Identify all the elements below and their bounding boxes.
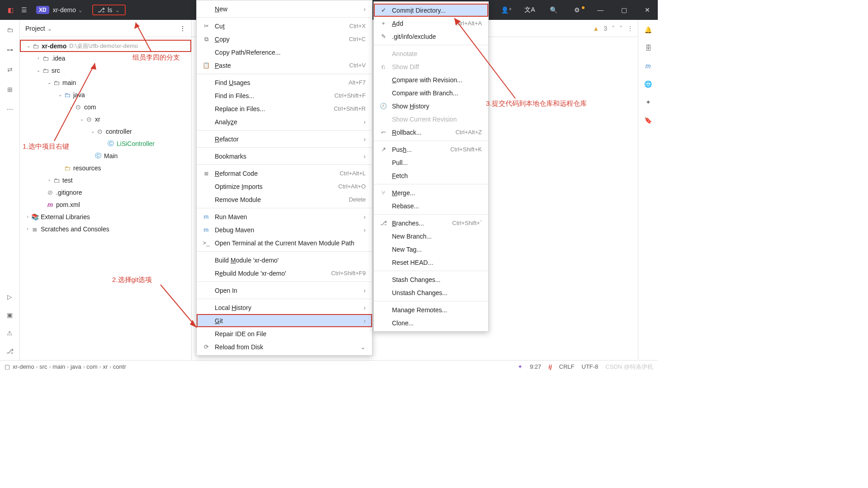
ctx-reload[interactable]: ⟳Reload from Disk⌄ — [197, 340, 372, 353]
ctx-localhistory[interactable]: Local History› — [197, 301, 372, 314]
chevron-down-icon[interactable]: ⌄ — [47, 25, 52, 32]
ctx-repairide[interactable]: Repair IDE on File — [197, 327, 372, 340]
git-rebase[interactable]: Rebase... — [374, 199, 488, 212]
git-merge[interactable]: ⑂Merge... — [374, 186, 488, 199]
nav-down-icon[interactable]: ˅ — [619, 25, 623, 32]
ctx-buildmodule[interactable]: Build Module 'xr-demo' — [197, 253, 372, 267]
git-stash[interactable]: Stash Changes... — [374, 273, 488, 286]
tree-file-lisi[interactable]: ⒸLiSiController — [20, 137, 191, 150]
ctx-openin[interactable]: Open In› — [197, 284, 372, 297]
panel-more-icon[interactable]: ⋮ — [179, 25, 186, 32]
ctx-findinfiles[interactable]: Find in Files...Ctrl+Shift+F — [197, 89, 372, 102]
git-showhistory[interactable]: 🕘Show History — [374, 99, 488, 113]
notifications-icon[interactable]: 🔔 — [644, 26, 652, 33]
more-icon[interactable]: ⋯ — [7, 106, 13, 113]
tree-node-xr[interactable]: ⌄⊙xr — [20, 113, 191, 125]
status-encoding[interactable]: UTF-8 — [582, 363, 599, 370]
crumb[interactable]: com — [86, 363, 98, 370]
run-icon[interactable]: ▷ — [7, 293, 12, 300]
warning-icon[interactable]: ▲ — [593, 25, 599, 32]
project-name[interactable]: xr-demo — [53, 6, 76, 14]
git-newtag[interactable]: New Tag... — [374, 243, 488, 256]
git-push[interactable]: ↗Push...Ctrl+Shift+K — [374, 143, 488, 156]
breadcrumb[interactable]: xr-demo › src › main › java › com › xr ›… — [13, 363, 126, 370]
crumb[interactable]: contr — [113, 363, 126, 370]
tree-file-pom[interactable]: mpom.xml — [20, 198, 191, 211]
search-icon[interactable]: 🔍 — [547, 6, 560, 14]
ctx-copypath[interactable]: Copy Path/Reference... — [197, 46, 372, 59]
folder-icon[interactable]: 🗀 — [7, 26, 13, 33]
ctx-optimize[interactable]: Optimize ImportsCtrl+Alt+O — [197, 180, 372, 193]
tree-file-main[interactable]: ⒸMain — [20, 150, 191, 162]
git-remotes[interactable]: Manage Remotes... — [374, 303, 488, 316]
tree-node-java[interactable]: ⌄🗀java — [20, 89, 191, 101]
git-newbranch[interactable]: New Branch... — [374, 230, 488, 243]
status-run-icon[interactable]: ij — [548, 363, 552, 370]
commit-icon[interactable]: ⊶ — [7, 46, 13, 53]
tree-file-gitignore[interactable]: ⊘.gitignore — [20, 186, 191, 198]
git-comparerev[interactable]: Compare with Revision... — [374, 73, 488, 86]
minimize-icon[interactable]: — — [594, 6, 607, 14]
git-branches[interactable]: ⎇Branches...Ctrl+Shift+` — [374, 216, 488, 230]
ctx-reformat[interactable]: ≣Reformat CodeCtrl+Alt+L — [197, 167, 372, 180]
vcs-icon[interactable]: ⎇ — [6, 347, 14, 355]
git-fetch[interactable]: Fetch — [374, 169, 488, 182]
nav-up-icon[interactable]: ˄ — [612, 25, 615, 32]
branch-selector[interactable]: ⎇ ls ⌄ — [92, 5, 126, 15]
ctx-debugmaven[interactable]: mDebug Maven› — [197, 223, 372, 236]
maven-icon[interactable]: m — [646, 62, 651, 70]
tree-node-main[interactable]: ⌄🗀main — [20, 76, 191, 89]
tree-node-controller[interactable]: ⌄⊙controller — [20, 125, 191, 137]
structure-icon[interactable]: ⊞ — [7, 86, 13, 93]
git-add[interactable]: +AddCtrl+Alt+A — [374, 17, 488, 30]
tree-node-com[interactable]: ⌄⊙com — [20, 101, 191, 113]
ctx-rebuildmodule[interactable]: Rebuild Module 'xr-demo'Ctrl+Shift+F9 — [197, 267, 372, 280]
ctx-copy[interactable]: ⧉CopyCtrl+C — [197, 33, 372, 46]
git-commit[interactable]: ✔Commit Directory... — [374, 4, 488, 17]
git-pull[interactable]: Pull... — [374, 156, 488, 169]
crumb[interactable]: xr-demo — [13, 363, 34, 370]
close-icon[interactable]: ✕ — [641, 6, 654, 14]
crumb[interactable]: main — [52, 363, 65, 370]
status-ai-icon[interactable]: ✦ — [518, 363, 523, 370]
tree-root[interactable]: ⌄🗀 xr-demo D:\桌面\zfb-demo\xr-demo — [20, 40, 191, 52]
git-resethead[interactable]: Reset HEAD... — [374, 256, 488, 269]
ctx-refactor[interactable]: Refactor› — [197, 132, 372, 145]
git-comparebranch[interactable]: Compare with Branch... — [374, 86, 488, 99]
project-badge[interactable]: XD — [36, 6, 49, 14]
git-clone[interactable]: Clone... — [374, 316, 488, 329]
ctx-bookmarks[interactable]: Bookmarks› — [197, 150, 372, 163]
tree-node-test[interactable]: ›🗀test — [20, 174, 191, 186]
ctx-analyze[interactable]: Analyze› — [197, 115, 372, 128]
warning-count[interactable]: 3 — [604, 25, 607, 32]
pull-requests-icon[interactable]: ⇄ — [7, 66, 13, 73]
chevron-down-icon[interactable]: ⌄ — [78, 6, 83, 14]
ctx-new[interactable]: New› — [197, 2, 372, 15]
ctx-runmaven[interactable]: mRun Maven› — [197, 210, 372, 223]
bookmark-icon[interactable]: 🔖 — [644, 117, 652, 124]
tree-external[interactable]: ›📚External Libraries — [20, 211, 191, 223]
globe-icon[interactable]: 🌐 — [644, 80, 652, 88]
ctx-openterminal[interactable]: >_Open Terminal at the Current Maven Mod… — [197, 236, 372, 249]
main-menu-icon[interactable]: ☰ — [17, 6, 31, 14]
settings-icon[interactable]: ⚙ — [570, 6, 584, 14]
terminal-icon[interactable]: ▣ — [7, 311, 13, 319]
git-rollback[interactable]: ⤺Rollback...Ctrl+Alt+Z — [374, 126, 488, 139]
editor-more-icon[interactable]: ⋮ — [627, 25, 633, 32]
ctx-git[interactable]: Git› — [197, 314, 372, 327]
translate-icon[interactable]: 文A — [523, 6, 537, 14]
database-icon[interactable]: 🗄 — [645, 44, 651, 52]
git-exclude[interactable]: ✎.git/info/exclude — [374, 30, 488, 43]
maximize-icon[interactable]: ▢ — [617, 6, 631, 14]
git-unstash[interactable]: Unstash Changes... — [374, 286, 488, 299]
problems-icon[interactable]: ⚠ — [7, 329, 13, 337]
ctx-findusages[interactable]: Find UsagesAlt+F7 — [197, 76, 372, 89]
ctx-cut[interactable]: ✂CutCtrl+X — [197, 19, 372, 33]
project-title[interactable]: Project — [25, 25, 45, 32]
ai-icon[interactable]: ✦ — [646, 99, 651, 106]
ctx-paste[interactable]: 📋PasteCtrl+V — [197, 59, 372, 72]
status-line-ending[interactable]: CRLF — [559, 363, 575, 370]
ctx-removemodule[interactable]: Remove ModuleDelete — [197, 193, 372, 206]
crumb[interactable]: xr — [103, 363, 108, 370]
tree-node-idea[interactable]: ›🗀.idea — [20, 52, 191, 64]
